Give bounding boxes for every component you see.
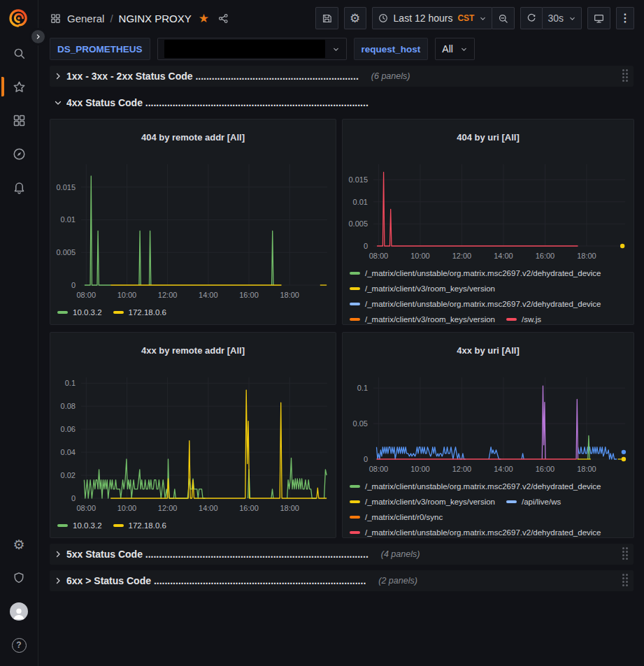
admin-shield-icon[interactable]	[2, 561, 36, 595]
starred-dashboards-icon[interactable]	[2, 70, 36, 103]
svg-text:18:00: 18:00	[280, 504, 299, 512]
legend-item[interactable]: /_matrix/client/unstable/org.matrix.msc2…	[350, 300, 601, 308]
row-header-1xx-3xx-2xx[interactable]: 1xx - 3xx - 2xx Status Code ............…	[50, 66, 634, 87]
svg-text:12:00: 12:00	[452, 252, 472, 260]
dashboard-canvas: 1xx - 3xx - 2xx Status Code ............…	[38, 61, 644, 666]
legend-label: /_matrix/client/v3/room_keys/version	[365, 498, 495, 506]
svg-text:0.1: 0.1	[65, 379, 76, 387]
svg-text:14:00: 14:00	[494, 465, 513, 473]
svg-text:0: 0	[364, 455, 368, 463]
legend-label: /_matrix/client/v3/room_keys/version	[365, 315, 495, 324]
panel-grid: 404 by remote addr [All] 00.0050.010.015…	[50, 119, 634, 538]
time-series-chart[interactable]: 00.020.040.060.080.108:0010:0012:0014:00…	[50, 369, 336, 516]
save-dashboard-button[interactable]	[315, 7, 338, 29]
legend-item[interactable]: 172.18.0.6	[113, 308, 166, 317]
dashboard-title[interactable]: NGINX PROXY	[119, 13, 192, 24]
time-series-chart[interactable]: 00.0050.010.01508:0010:0012:0014:0016:00…	[343, 156, 634, 264]
variable-label-ds-prometheus[interactable]: DS_PROMETHEUS	[50, 38, 150, 60]
dashboards-icon[interactable]	[2, 103, 36, 137]
legend-item[interactable]: 172.18.0.6	[113, 521, 166, 530]
share-icon[interactable]	[217, 13, 229, 24]
legend-item[interactable]: /sw.js	[506, 315, 541, 324]
explore-compass-icon[interactable]	[2, 137, 36, 171]
legend-label: 10.0.3.2	[73, 308, 102, 317]
legend-item[interactable]: /_matrix/client/v3/room_keys/version	[350, 315, 495, 324]
legend-item[interactable]: /api/live/ws	[506, 498, 561, 506]
svg-text:16:00: 16:00	[239, 504, 259, 512]
zoom-out-time-button[interactable]	[492, 7, 515, 29]
legend-item[interactable]: /_matrix/client/unstable/org.matrix.msc2…	[350, 482, 601, 491]
refresh-interval-picker[interactable]: 30s	[542, 7, 582, 29]
help-icon[interactable]: ?	[2, 628, 36, 662]
svg-text:0.005: 0.005	[348, 219, 368, 228]
legend-item[interactable]: 10.0.3.2	[57, 521, 102, 530]
svg-text:10:00: 10:00	[117, 504, 137, 512]
legend-swatch	[113, 311, 124, 314]
alerting-bell-icon[interactable]	[2, 171, 36, 204]
svg-text:16:00: 16:00	[536, 465, 555, 473]
legend-label: 172.18.0.6	[129, 308, 166, 317]
user-avatar[interactable]	[2, 595, 36, 628]
sidebar-bottom: ⚙ ?	[2, 528, 36, 662]
dashboard-settings-button[interactable]: ⚙	[344, 7, 366, 29]
row-drag-handle[interactable]	[622, 574, 628, 586]
chevron-down-icon	[479, 15, 487, 22]
svg-text:08:00: 08:00	[77, 291, 96, 299]
redacted-value	[164, 40, 325, 58]
row-title: 1xx - 3xx - 2xx Status Code ............…	[66, 71, 359, 82]
cycle-view-mode-button[interactable]	[587, 7, 610, 29]
row-header-5xx[interactable]: 5xx Status Code ........................…	[50, 544, 634, 565]
chevron-down-icon	[460, 45, 468, 53]
time-series-chart[interactable]: 00.0050.010.01508:0010:0012:0014:0016:00…	[50, 156, 336, 303]
svg-text:18:00: 18:00	[280, 291, 299, 299]
svg-text:18:00: 18:00	[577, 252, 596, 260]
time-range-picker[interactable]: Last 12 hours CST	[372, 7, 493, 29]
variable-select-ds-prometheus[interactable]	[157, 38, 347, 60]
svg-text:0: 0	[71, 494, 76, 502]
grafana-app: ⚙ ?	[0, 0, 644, 666]
svg-text:0: 0	[364, 242, 368, 250]
row-title: 6xx > Status Code ......................…	[66, 575, 366, 586]
panel-title[interactable]: 4xx by remote addr [All]	[50, 340, 336, 361]
legend-item[interactable]: /_matrix/client/v3/room_keys/version	[350, 284, 495, 293]
panel-title[interactable]: 404 by uri [All]	[343, 127, 634, 148]
legend-label: 172.18.0.6	[129, 521, 166, 530]
svg-text:0.08: 0.08	[61, 402, 76, 410]
legend-item[interactable]: 10.0.3.2	[57, 308, 102, 317]
legend-swatch	[350, 287, 360, 290]
row-panel-count: (6 panels)	[371, 71, 410, 81]
refresh-button[interactable]	[520, 7, 543, 29]
row-header-6xx[interactable]: 6xx > Status Code ......................…	[50, 570, 634, 591]
legend-item[interactable]: /_matrix/client/unstable/org.matrix.msc2…	[350, 528, 601, 537]
svg-text:0.06: 0.06	[61, 425, 76, 433]
server-admin-gear-icon[interactable]: ⚙	[2, 528, 36, 561]
svg-text:0.015: 0.015	[348, 175, 368, 184]
panel-404-by-uri: 404 by uri [All] 00.0050.010.01508:0010:…	[342, 119, 634, 325]
svg-text:10:00: 10:00	[117, 291, 137, 299]
row-drag-handle[interactable]	[622, 547, 628, 560]
legend-item[interactable]: /_matrix/client/r0/sync	[350, 513, 443, 521]
row-drag-handle[interactable]	[622, 69, 628, 82]
variable-label-request-host[interactable]: request_host	[354, 38, 429, 60]
panel-title[interactable]: 4xx by uri [All]	[343, 340, 634, 361]
legend-item[interactable]: /_matrix/client/v3/room_keys/version	[350, 498, 495, 506]
row-header-4xx[interactable]: 4xx Status Code ........................…	[50, 92, 634, 113]
sidebar: ⚙ ?	[0, 0, 38, 666]
svg-text:0.01: 0.01	[353, 197, 368, 205]
row-title: 5xx Status Code ........................…	[66, 549, 368, 560]
time-series-chart[interactable]: 00.050.108:0010:0012:0014:0016:0018:00	[343, 369, 634, 477]
legend-item[interactable]: /_matrix/client/unstable/org.matrix.msc2…	[350, 269, 601, 277]
breadcrumb-folder[interactable]: General	[67, 13, 104, 24]
variable-select-request-host[interactable]: All	[435, 38, 475, 60]
more-options-button[interactable]: ⋮	[616, 7, 634, 29]
svg-text:16:00: 16:00	[536, 252, 555, 260]
clock-icon	[378, 13, 389, 24]
panel-title[interactable]: 404 by remote addr [All]	[50, 127, 336, 148]
svg-text:0.02: 0.02	[61, 471, 76, 479]
chevron-right-icon	[54, 577, 62, 585]
legend-swatch	[506, 318, 517, 321]
star-filled-icon[interactable]: ★	[199, 13, 209, 24]
time-range-label: Last 12 hours	[394, 13, 453, 24]
sidebar-expand-button[interactable]	[29, 28, 47, 45]
svg-text:12:00: 12:00	[158, 291, 178, 299]
